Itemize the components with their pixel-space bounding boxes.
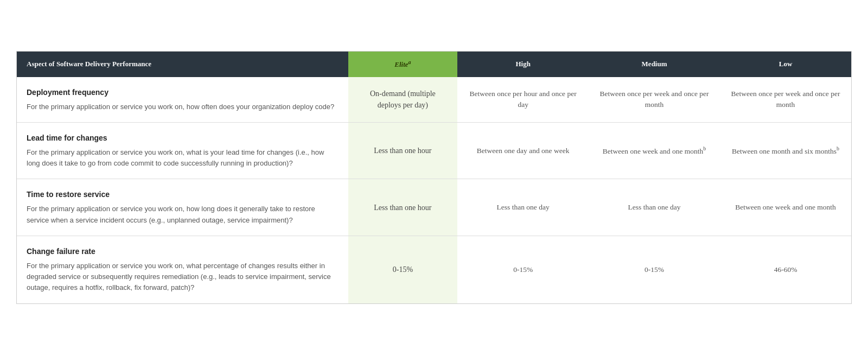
elite-cell-change-failure-rate: 0-15%: [348, 236, 458, 303]
high-cell-change-failure-rate: 0-15%: [457, 236, 589, 303]
elite-cell-lead-time: Less than one hour: [348, 122, 458, 179]
aspect-title-deployment-frequency: Deployment frequency: [27, 87, 339, 98]
table-row-time-to-restore: Time to restore serviceFor the primary a…: [17, 179, 851, 236]
medium-cell-lead-time: Between one week and one monthb: [589, 122, 720, 179]
aspect-desc-change-failure-rate: For the primary application or service y…: [27, 262, 331, 292]
aspect-desc-deployment-frequency: For the primary application or service y…: [27, 103, 334, 111]
aspect-title-time-to-restore: Time to restore service: [27, 189, 339, 200]
aspect-cell-deployment-frequency: Deployment frequencyFor the primary appl…: [17, 77, 348, 123]
table-row-lead-time: Lead time for changesFor the primary app…: [17, 122, 851, 179]
elite-cell-time-to-restore: Less than one hour: [348, 179, 458, 236]
table-header-row: Aspect of Software Delivery Performance …: [17, 52, 851, 77]
low-cell-deployment-frequency: Between once per week and once per month: [720, 77, 851, 123]
medium-column-header: Medium: [589, 52, 720, 77]
elite-column-header: Elitea: [348, 52, 458, 77]
high-cell-lead-time: Between one day and one week: [457, 122, 589, 179]
low-cell-change-failure-rate: 46-60%: [720, 236, 851, 303]
elite-cell-deployment-frequency: On-demand (multiple deploys per day): [348, 77, 458, 123]
aspect-title-change-failure-rate: Change failure rate: [27, 246, 339, 257]
aspect-cell-time-to-restore: Time to restore serviceFor the primary a…: [17, 179, 348, 236]
aspect-desc-time-to-restore: For the primary application or service y…: [27, 205, 315, 224]
aspect-desc-lead-time: For the primary application or service y…: [27, 148, 324, 167]
high-cell-time-to-restore: Less than one day: [457, 179, 589, 236]
aspect-column-header: Aspect of Software Delivery Performance: [17, 52, 348, 77]
high-cell-deployment-frequency: Between once per hour and once per day: [457, 77, 589, 123]
table-row-change-failure-rate: Change failure rateFor the primary appli…: [17, 236, 851, 303]
medium-cell-time-to-restore: Less than one day: [589, 179, 720, 236]
high-column-header: High: [457, 52, 589, 77]
low-cell-time-to-restore: Between one week and one month: [720, 179, 851, 236]
low-cell-lead-time: Between one month and six monthsb: [720, 122, 851, 179]
performance-table-wrapper: Aspect of Software Delivery Performance …: [16, 51, 852, 303]
medium-cell-deployment-frequency: Between once per week and once per month: [589, 77, 720, 123]
medium-cell-change-failure-rate: 0-15%: [589, 236, 720, 303]
performance-table: Aspect of Software Delivery Performance …: [17, 52, 851, 303]
table-row-deployment-frequency: Deployment frequencyFor the primary appl…: [17, 77, 851, 123]
low-column-header: Low: [720, 52, 851, 77]
aspect-cell-lead-time: Lead time for changesFor the primary app…: [17, 122, 348, 179]
aspect-title-lead-time: Lead time for changes: [27, 132, 339, 144]
aspect-cell-change-failure-rate: Change failure rateFor the primary appli…: [17, 236, 348, 303]
